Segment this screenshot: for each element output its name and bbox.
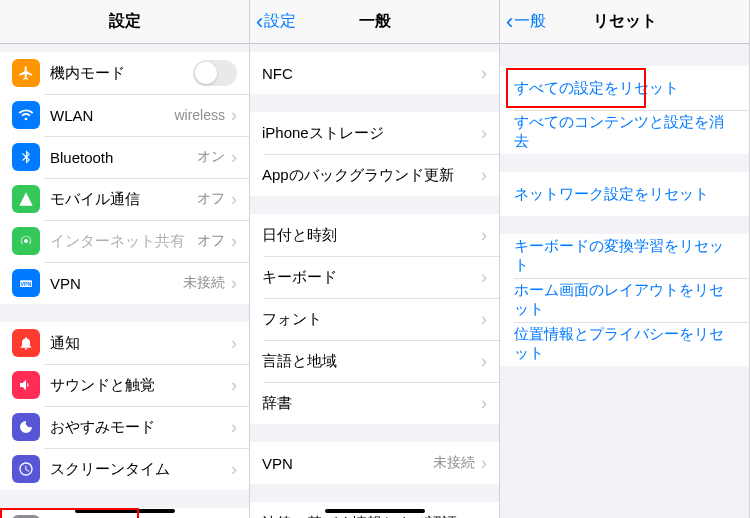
toggle[interactable] [193, 60, 237, 86]
row-label: 辞書 [262, 394, 481, 413]
sound-icon [12, 371, 40, 399]
row-label: おやすみモード [50, 418, 231, 437]
page-title: リセット [593, 11, 657, 32]
row-label: キーボード [262, 268, 481, 287]
row-キーボード[interactable]: キーボード› [250, 256, 499, 298]
row-言語と地域[interactable]: 言語と地域› [250, 340, 499, 382]
reset-option[interactable]: ネットワーク設定をリセット [500, 172, 749, 216]
page-title: 設定 [109, 11, 141, 32]
general-list[interactable]: NFC›iPhoneストレージ›Appのバックグラウンド更新›日付と時刻›キーボ… [250, 44, 499, 518]
cellular-icon [12, 185, 40, 213]
row-value: wireless [174, 107, 225, 123]
chevron-right-icon: › [231, 190, 237, 208]
row-bluetooth[interactable]: Bluetoothオン› [0, 136, 249, 178]
back-label: 一般 [514, 11, 546, 32]
link-label: すべてのコンテンツと設定を消去 [514, 113, 735, 151]
row-label: VPN [50, 275, 183, 292]
row-label: サウンドと触覚 [50, 376, 231, 395]
row-value: オフ [197, 232, 225, 250]
row-label: モバイル通信 [50, 190, 197, 209]
row-label: 機内モード [50, 64, 193, 83]
chevron-left-icon: ‹ [506, 11, 513, 33]
back-button[interactable]: ‹ 一般 [506, 11, 546, 33]
row-dnd[interactable]: おやすみモード› [0, 406, 249, 448]
airplane-icon [12, 59, 40, 87]
row-NFC[interactable]: NFC› [250, 52, 499, 94]
link-label: ホーム画面のレイアウトをリセット [514, 281, 735, 319]
chevron-right-icon: › [481, 454, 487, 472]
wifi-icon [12, 101, 40, 129]
chevron-right-icon: › [231, 232, 237, 250]
row-Appのバックグラウンド更新[interactable]: Appのバックグラウンド更新› [250, 154, 499, 196]
reset-option[interactable]: ホーム画面のレイアウトをリセット [500, 278, 749, 322]
row-フォント[interactable]: フォント› [250, 298, 499, 340]
settings-panel: 設定 機内モードWLANwireless›Bluetoothオン›モバイル通信オ… [0, 0, 250, 518]
reset-option[interactable]: 位置情報とプライバシーをリセット [500, 322, 749, 366]
reset-panel: ‹ 一般 リセット すべての設定をリセットすべてのコンテンツと設定を消去ネットワ… [500, 0, 750, 518]
vpn-icon: VPN [12, 269, 40, 297]
row-label: iPhoneストレージ [262, 124, 481, 143]
row-日付と時刻[interactable]: 日付と時刻› [250, 214, 499, 256]
row-label: 通知 [50, 334, 231, 353]
notification-icon [12, 329, 40, 357]
chevron-right-icon: › [481, 64, 487, 82]
row-value: オフ [197, 190, 225, 208]
row-wifi[interactable]: WLANwireless› [0, 94, 249, 136]
dnd-icon [12, 413, 40, 441]
chevron-right-icon: › [481, 124, 487, 142]
row-screentime[interactable]: スクリーンタイム› [0, 448, 249, 490]
chevron-right-icon: › [231, 106, 237, 124]
header: 設定 [0, 0, 249, 44]
svg-point-0 [24, 239, 28, 243]
chevron-right-icon: › [481, 514, 487, 518]
row-VPN[interactable]: VPN未接続› [250, 442, 499, 484]
row-iPhoneストレージ[interactable]: iPhoneストレージ› [250, 112, 499, 154]
row-value: 未接続 [183, 274, 225, 292]
reset-option[interactable]: すべての設定をリセット [500, 66, 749, 110]
row-label: フォント [262, 310, 481, 329]
chevron-right-icon: › [481, 394, 487, 412]
link-label: 位置情報とプライバシーをリセット [514, 325, 735, 363]
chevron-right-icon: › [481, 226, 487, 244]
hotspot-icon [12, 227, 40, 255]
row-value: 未接続 [433, 454, 475, 472]
row-label: スクリーンタイム [50, 460, 231, 479]
row-airplane[interactable]: 機内モード [0, 52, 249, 94]
header: ‹ 一般 リセット [500, 0, 749, 44]
row-value: オン [197, 148, 225, 166]
row-label: NFC [262, 65, 481, 82]
chevron-right-icon: › [481, 268, 487, 286]
row-cellular[interactable]: モバイル通信オフ› [0, 178, 249, 220]
chevron-right-icon: › [231, 334, 237, 352]
row-label: 日付と時刻 [262, 226, 481, 245]
link-label: すべての設定をリセット [514, 79, 679, 98]
home-indicator[interactable] [325, 509, 425, 513]
settings-list[interactable]: 機内モードWLANwireless›Bluetoothオン›モバイル通信オフ›イ… [0, 44, 249, 518]
home-indicator[interactable] [75, 509, 175, 513]
reset-option[interactable]: キーボードの変換学習をリセット [500, 234, 749, 278]
chevron-right-icon: › [481, 166, 487, 184]
link-label: ネットワーク設定をリセット [514, 185, 709, 204]
header: ‹ 設定 一般 [250, 0, 499, 44]
row-notification[interactable]: 通知› [0, 322, 249, 364]
row-label: 言語と地域 [262, 352, 481, 371]
bluetooth-icon [12, 143, 40, 171]
back-label: 設定 [264, 11, 296, 32]
chevron-right-icon: › [231, 460, 237, 478]
row-label: VPN [262, 455, 433, 472]
row-vpn[interactable]: VPNVPN未接続› [0, 262, 249, 304]
chevron-right-icon: › [231, 418, 237, 436]
reset-list[interactable]: すべての設定をリセットすべてのコンテンツと設定を消去ネットワーク設定をリセットキ… [500, 44, 749, 518]
row-hotspot[interactable]: インターネット共有オフ› [0, 220, 249, 262]
row-label: Appのバックグラウンド更新 [262, 166, 481, 185]
chevron-left-icon: ‹ [256, 11, 263, 33]
row-sound[interactable]: サウンドと触覚› [0, 364, 249, 406]
page-title: 一般 [359, 11, 391, 32]
chevron-right-icon: › [231, 376, 237, 394]
reset-option[interactable]: すべてのコンテンツと設定を消去 [500, 110, 749, 154]
back-button[interactable]: ‹ 設定 [256, 11, 296, 33]
row-辞書[interactable]: 辞書› [250, 382, 499, 424]
row-label: インターネット共有 [50, 232, 197, 251]
chevron-right-icon: › [231, 274, 237, 292]
svg-text:VPN: VPN [21, 281, 32, 287]
